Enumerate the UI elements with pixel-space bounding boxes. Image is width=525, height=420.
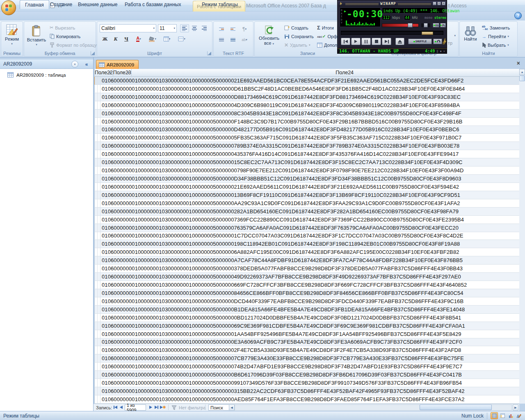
italic-button[interactable]: К [111, 35, 120, 43]
cell-pole24[interactable]: 0106000000010000000103000000010000000500… [100, 363, 519, 371]
increase-indent-button[interactable] [228, 25, 237, 33]
gridlines-button[interactable]: ▾ [160, 35, 173, 43]
font-size-input[interactable] [160, 25, 173, 31]
cell-pole22[interactable]: \N [95, 314, 98, 322]
last-record-button[interactable] [153, 404, 159, 410]
cell-pole24[interactable]: 0106000000010000000103000000010000000500… [100, 110, 519, 118]
cell-pole23[interactable]: \N [98, 297, 100, 306]
cell-pole24[interactable]: 0106000000010000000103000000010000000500… [100, 379, 519, 387]
decrease-indent-button[interactable] [217, 25, 226, 33]
cell-pole22[interactable]: \N [95, 208, 98, 216]
cell-pole22[interactable]: \N [95, 93, 98, 101]
repeat-button[interactable] [433, 39, 442, 44]
vscroll-up-icon[interactable]: ▲ [519, 69, 525, 75]
cell-pole22[interactable]: \N [95, 265, 98, 273]
cell-pole22[interactable]: \N [95, 183, 98, 191]
new-record-button[interactable]: Создать [284, 23, 314, 32]
winamp-playlist-shade[interactable]: 146. OTTAWAN - HANDS UP 4:49 ‖ ▪ × [337, 48, 447, 54]
cell-pole24[interactable]: 0106000000010000000103000000010000000500… [100, 322, 519, 330]
cell-pole23[interactable]: \N [98, 175, 100, 183]
hscroll-thumb[interactable] [420, 404, 492, 410]
tab-datasheet[interactable]: Режим таблицы [196, 0, 244, 9]
play-button[interactable] [351, 38, 361, 45]
cell-pole23[interactable]: \N [98, 306, 100, 314]
cell-pole22[interactable]: \N [95, 289, 98, 297]
cell-pole22[interactable]: \N [95, 126, 98, 134]
shuffle-button[interactable]: SHUFFLE [408, 39, 432, 44]
cell-pole23[interactable]: \N [98, 126, 100, 134]
cell-pole24[interactable]: 0106000000010000000103000000010000000500… [100, 199, 519, 208]
design-view-button[interactable] [515, 412, 523, 419]
spectrum-analyzer[interactable] [346, 20, 375, 25]
cell-pole22[interactable]: \N [95, 387, 98, 395]
cell-pole24[interactable]: 0106000000010000000103000000010000000500… [100, 183, 519, 191]
cell-pole23[interactable]: \N [98, 265, 100, 273]
winamp-title-bar[interactable]: WINAMP _ ▾ × [338, 1, 446, 6]
cell-pole23[interactable]: \N [98, 346, 100, 354]
cell-pole23[interactable]: \N [98, 273, 100, 281]
format-painter-button[interactable]: Формат по образцу [50, 41, 97, 49]
cell-pole22[interactable]: \N [95, 281, 98, 289]
eject-button[interactable] [395, 38, 404, 45]
pivottable-view-button[interactable] [499, 412, 506, 419]
column-header-pole23[interactable]: Поле23▼ [113, 69, 132, 77]
eq-button[interactable]: EQ [433, 23, 439, 27]
cell-pole24[interactable]: 0106000000010000000103000000010000000500… [100, 101, 519, 110]
cell-pole24[interactable]: 0106000000010000000103000000010000000500… [100, 158, 519, 167]
cell-pole23[interactable]: \N [98, 191, 100, 199]
cell-pole22[interactable]: \N [95, 256, 98, 265]
cell-pole24[interactable]: 0106000000010000000103000000010000000500… [100, 191, 519, 199]
cell-pole23[interactable]: \N [98, 232, 100, 240]
pivotchart-view-button[interactable] [507, 412, 514, 419]
goto-button[interactable]: → Перейти▾ [482, 32, 510, 41]
winamp-time-display[interactable]: O A I D V ▶ -00:30 [340, 7, 381, 27]
cell-pole24[interactable]: 0106000000010000000103000000010000000500… [100, 208, 519, 216]
cell-pole24[interactable]: 0106000000010000000103000000010000000500… [100, 85, 519, 93]
office-button[interactable] [1, 0, 16, 15]
cell-pole22[interactable]: \N [95, 297, 98, 306]
cell-pole22[interactable]: \N [95, 379, 98, 387]
numbered-list-button[interactable] [217, 36, 226, 44]
cell-pole23[interactable]: \N [98, 199, 100, 208]
cell-pole24[interactable]: 0106000000010000000103000000010000000500… [100, 216, 519, 224]
column-header-pole24[interactable]: Поле24 [132, 69, 519, 77]
cell-pole22[interactable]: \N [95, 232, 98, 240]
winamp-window[interactable]: WINAMP _ ▾ × O A I D V ▶ -00:30 inds Up … [337, 0, 447, 54]
next-track-button[interactable] [382, 38, 391, 45]
cell-pole24[interactable]: 0106000000010000000103000000010000000500… [100, 387, 519, 395]
replace-button[interactable]: ab→ac Заменить [482, 23, 510, 32]
cell-pole24[interactable]: 0106000000010000000103000000010000000500… [100, 395, 519, 404]
column-dropdown-icon[interactable]: ▼ [127, 71, 130, 75]
seek-bar[interactable] [341, 31, 443, 35]
cell-pole24[interactable]: 0106000000010000000103000000010000000500… [100, 346, 519, 354]
hscroll-left-icon[interactable]: ◀ [229, 404, 235, 411]
cell-pole22[interactable]: \N [95, 306, 98, 314]
cell-pole23[interactable]: \N [98, 183, 100, 191]
hscroll-right-icon[interactable]: ▶ [513, 404, 518, 411]
previous-record-button[interactable] [118, 404, 124, 410]
cell-pole22[interactable]: \N [95, 167, 98, 175]
playlist-close-icon[interactable]: × [443, 50, 445, 53]
winamp-shade-icon[interactable]: ▾ [437, 2, 441, 5]
column-dropdown-icon[interactable]: ▼ [108, 71, 112, 75]
cell-pole23[interactable]: \N [98, 142, 100, 150]
stop-button[interactable] [372, 38, 381, 45]
font-dialog-launcher-icon[interactable] [207, 51, 211, 55]
cell-pole22[interactable]: \N [95, 224, 98, 232]
font-name-input[interactable] [101, 25, 153, 31]
nav-item-table[interactable]: AR28092009 : таблица [0, 71, 93, 79]
cell-pole24[interactable]: 0106000000010000000103000000010000000500… [100, 240, 519, 248]
cell-pole23[interactable]: \N [98, 110, 100, 118]
cell-pole23[interactable]: \N [98, 256, 100, 265]
cell-pole24[interactable]: 0106000000010000000103000000010000000500… [100, 273, 519, 281]
cell-pole24[interactable]: 0106000000010000000103000000010000000500… [100, 297, 519, 306]
cell-pole23[interactable]: \N [98, 118, 100, 126]
cell-pole22[interactable]: \N [95, 150, 98, 158]
find-button[interactable]: Найти [461, 23, 480, 41]
navigation-pane-menu-button[interactable]: ▾ [71, 61, 78, 68]
pl-button[interactable]: PL [440, 23, 446, 27]
cell-pole23[interactable]: \N [98, 322, 100, 330]
cell-pole24[interactable]: 0106000000010000000103000000010000000500… [100, 306, 519, 314]
delete-record-button[interactable]: ✕ Удалить▾ [284, 41, 314, 49]
tab-create[interactable]: Создание [45, 0, 77, 9]
